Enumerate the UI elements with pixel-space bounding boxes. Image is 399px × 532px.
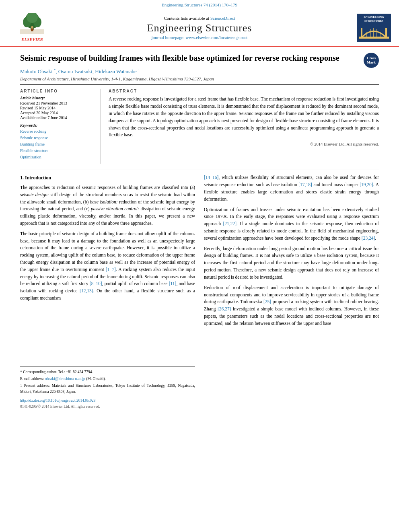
article-title: Seismic response of building frames with…	[20, 53, 350, 63]
contents-text: Contents lists available at	[164, 16, 209, 21]
keywords-list: Reverse rocking Seismic response Buildin…	[20, 128, 94, 160]
body-col-left: 1. Introduction The approaches to reduct…	[20, 174, 195, 409]
article-info-label: ARTICLE INFO	[20, 89, 94, 93]
body-para-2: The basic principle of seismic design of…	[20, 230, 195, 302]
received-date: Received 21 November 2013	[20, 101, 94, 105]
ref-12-13[interactable]: [12,13]	[80, 288, 93, 293]
elsevier-tree-graphic	[18, 13, 46, 35]
body-para-3: [14–16], which utilizes flexibility of s…	[204, 174, 379, 203]
header-right-logo: ENGINEERINGSTRUCTURES	[343, 14, 391, 42]
ref-25[interactable]: [25]	[263, 299, 271, 304]
author-2: Osamu Iwatsuki,	[58, 68, 95, 74]
body-col-right: [14–16], which utilizes flexibility of s…	[204, 174, 379, 409]
doi-link[interactable]: http://dx.doi.org/10.1016/j.engstruct.20…	[20, 398, 195, 404]
sciencedirect-link[interactable]: ScienceDirect	[210, 16, 235, 21]
article-history-label: Article history:	[20, 96, 94, 100]
keywords-section: Keywords: Reverse rocking Seismic respon…	[20, 123, 94, 160]
doi-issn-area: http://dx.doi.org/10.1016/j.engstruct.20…	[20, 398, 195, 409]
term-passive-vibration: passive vibration control:	[91, 206, 139, 211]
available-date: Available online 7 June 2014	[20, 115, 94, 120]
issn-line: 0141-0296/© 2014 Elsevier Ltd. All right…	[20, 404, 195, 410]
ref-19-20[interactable]: [19,20]	[360, 182, 373, 187]
ref-17-18[interactable]: [17,18]	[298, 182, 312, 187]
footnotes-area: * Corresponding author. Tel.: +81 82 424…	[20, 366, 195, 394]
section1-heading: 1. Introduction	[20, 174, 195, 182]
footnote-email: E-mail address: ohsaki@hiroshima-u.ac.jp…	[20, 376, 195, 382]
svg-point-6	[31, 26, 33, 29]
keyword-4[interactable]: Flexible structure	[20, 148, 94, 154]
email-label: E-mail address:	[20, 377, 44, 381]
ref-23-24[interactable]: [23,24]	[362, 236, 375, 240]
ref-1-7[interactable]: [1–7]	[106, 267, 116, 272]
article-title-section: Seismic response of building frames with…	[20, 53, 379, 63]
section1-number: 1. Introduction	[20, 175, 51, 181]
footnote-corresponding: * Corresponding author. Tel.: +81 82 424…	[20, 369, 195, 375]
header-center: Contents lists available at ScienceDirec…	[56, 16, 343, 40]
footnote-1: 1 Present address: Materials and Structu…	[20, 383, 195, 394]
term-base-isolation: base isolation:	[90, 199, 118, 204]
eng-struct-logo-text: ENGINEERINGSTRUCTURES	[364, 15, 384, 23]
eng-struct-logo-graphic	[359, 24, 389, 40]
body-para-6: Reduction of roof displacement and accel…	[204, 284, 379, 327]
keyword-5[interactable]: Optimization	[20, 154, 94, 160]
svg-rect-10	[385, 28, 387, 37]
ref-11[interactable]: [11]	[169, 281, 177, 286]
body-section: 1. Introduction The approaches to reduct…	[20, 174, 379, 409]
article-history: Article history: Received 21 November 20…	[20, 96, 94, 120]
contents-available: Contents lists available at ScienceDirec…	[56, 16, 343, 21]
header-left-logo: ELSEVIER	[8, 13, 56, 42]
ref-14-16[interactable]: [14–16]	[204, 175, 218, 180]
article-info-abstract-section: ARTICLE INFO Article history: Received 2…	[20, 89, 379, 164]
svg-rect-8	[359, 37, 389, 39]
keyword-3[interactable]: Building frame	[20, 141, 94, 148]
accepted-date: Accepted 20 May 2014	[20, 111, 94, 115]
main-content: Seismic response of building frames with…	[0, 47, 399, 417]
header-divider	[20, 84, 379, 85]
corresponding-marker: *	[54, 68, 56, 72]
email-parenthetical: (M. Ohsaki).	[86, 377, 106, 381]
copyright-notice: © 2014 Elsevier Ltd. All rights reserved…	[109, 142, 379, 146]
abstract-text: A reverse rocking response is investigat…	[109, 96, 379, 139]
ref-21-22[interactable]: [21,22]	[223, 221, 237, 226]
email-address[interactable]: ohsaki@hiroshima-u.ac.jp	[45, 377, 85, 381]
crossmark-icon: CrossMark	[364, 53, 379, 68]
author-1: Makoto Ohsaki *,	[20, 68, 58, 74]
article-info-panel: ARTICLE INFO Article history: Received 2…	[20, 89, 101, 164]
abstract-panel: ABSTRACT A reverse rocking response is i…	[109, 89, 379, 164]
abstract-label: ABSTRACT	[109, 89, 379, 93]
body-para-5: Recently, large deformation under long-p…	[204, 245, 379, 281]
revised-date: Revised 15 May 2014	[20, 106, 94, 110]
body-divider	[20, 170, 379, 170]
keywords-label: Keywords:	[20, 123, 94, 127]
journal-title: Engineering Structures	[56, 22, 343, 34]
ref-26-27[interactable]: [26,27]	[218, 306, 231, 311]
ref-8-10[interactable]: [8–10]	[90, 281, 102, 286]
svg-rect-7	[31, 29, 33, 31]
authors-line: Makoto Ohsaki *, Osamu Iwatsuki, Hidekaz…	[20, 68, 379, 75]
engineering-structures-logo: ENGINEERINGSTRUCTURES	[357, 14, 391, 42]
keyword-1[interactable]: Reverse rocking	[20, 128, 94, 135]
elsevier-label: ELSEVIER	[21, 37, 43, 42]
journal-header: ELSEVIER Contents lists available at Sci…	[0, 9, 399, 47]
svg-rect-9	[361, 28, 362, 37]
body-para-4: Optimization of frames and trusses under…	[204, 206, 379, 242]
journal-homepage: journal homepage: www.elsevier.com/locat…	[56, 35, 343, 40]
term-seismic-design: seismic design:	[20, 192, 49, 197]
author3-superscript: 1	[138, 68, 140, 72]
author-3: Hidekazu Watanabe 1	[95, 68, 140, 74]
crossmark-badge[interactable]: CrossMark	[364, 53, 379, 68]
journal-reference-bar: Engineering Structures 74 (2014) 170–179	[0, 0, 399, 9]
journal-reference-text: Engineering Structures 74 (2014) 170–179	[162, 2, 237, 7]
keyword-2[interactable]: Seismic response	[20, 135, 94, 141]
affiliation: Department of Architecture, Hiroshima Un…	[20, 76, 379, 81]
body-para-1: The approaches to reduction of seismic r…	[20, 184, 195, 227]
